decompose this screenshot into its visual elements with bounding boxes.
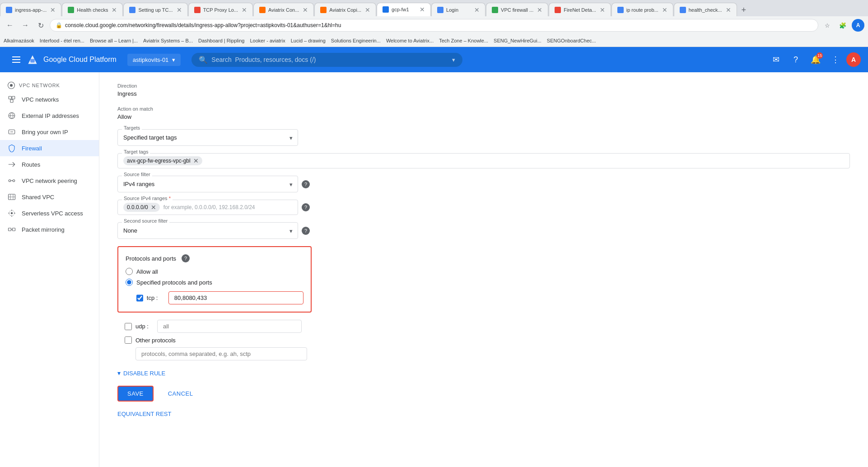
- bookmark-welcome[interactable]: Welcome to Aviatrix...: [386, 38, 434, 43]
- hamburger-menu[interactable]: [7, 51, 25, 69]
- sidebar-item-shared-vpc[interactable]: Shared VPC: [0, 189, 99, 205]
- tab-close-icon[interactable]: ✕: [658, 6, 667, 14]
- bookmark-button[interactable]: ☆: [821, 19, 834, 32]
- tab-health-check2[interactable]: health_check... ✕: [674, 3, 737, 16]
- udp-checkbox[interactable]: [125, 323, 132, 330]
- source-ipv4-help-icon[interactable]: ?: [302, 203, 310, 211]
- tab-setting[interactable]: Setting up TC... ✕: [123, 3, 187, 16]
- tab-close-icon[interactable]: ✕: [596, 6, 605, 14]
- tab-vpc-firewall[interactable]: VPC firewall ... ✕: [486, 3, 548, 16]
- tab-close-icon[interactable]: ✕: [238, 6, 247, 14]
- bookmark-browse[interactable]: Browse all – Learn |...: [90, 38, 138, 43]
- sidebar-item-firewall[interactable]: Firewall: [0, 140, 99, 156]
- second-source-help-icon[interactable]: ?: [302, 227, 310, 235]
- address-bar: ← → ↻ 🔒 console.cloud.google.com/network…: [0, 16, 868, 34]
- tab-aviatrix-con[interactable]: Aviatrix Con... ✕: [253, 3, 314, 16]
- equivalent-rest-link[interactable]: EQUIVALENT REST: [117, 411, 171, 417]
- bookmark-apps[interactable]: Alkalmazások: [4, 38, 34, 43]
- tab-close-icon[interactable]: ✕: [47, 6, 56, 14]
- sidebar-item-serverless[interactable]: Serverless VPC access: [0, 205, 99, 221]
- more-options-button[interactable]: ⋮: [826, 51, 845, 69]
- svg-rect-16: [13, 228, 15, 231]
- source-ipv4-input[interactable]: 0.0.0.0/0 ✕ for example, 0.0.0.0/0, 192.…: [117, 200, 298, 215]
- source-filter-select[interactable]: IPv4 ranges IPv6 ranges Source tags Serv…: [117, 176, 298, 192]
- tab-close-icon[interactable]: ✕: [533, 6, 542, 14]
- sidebar-item-byoip[interactable]: Bring your own IP: [0, 124, 99, 140]
- user-avatar[interactable]: A: [846, 52, 861, 67]
- tab-tcp[interactable]: TCP Proxy Lo... ✕: [188, 3, 253, 16]
- specified-protocols-option[interactable]: Specified protocols and ports: [126, 279, 303, 286]
- bookmark-looker[interactable]: Looker - aviatrix: [250, 38, 285, 43]
- tab-close-icon[interactable]: ✕: [471, 6, 480, 14]
- tab-gcp-fw1[interactable]: gcp-fw1 ✕: [377, 3, 431, 16]
- new-tab-button[interactable]: +: [737, 4, 750, 16]
- sidebar-item-external-ip[interactable]: External IP addresses: [0, 107, 99, 124]
- tab-close-icon[interactable]: ✕: [173, 6, 182, 14]
- bookmark-seng[interactable]: SENG_NewHireGui...: [494, 38, 541, 43]
- help-button[interactable]: ?: [787, 51, 805, 69]
- forward-button[interactable]: →: [19, 19, 32, 32]
- tab-ingress[interactable]: ingress-app-... ✕: [0, 3, 61, 16]
- second-source-select[interactable]: None Source tags Service accounts: [117, 222, 298, 239]
- target-tags-input[interactable]: avx-gcp-fw-egress-vpc-gbl ✕: [117, 153, 850, 168]
- source-filter-container: IPv4 ranges IPv6 ranges Source tags Serv…: [117, 176, 298, 192]
- search-input-wrapper[interactable]: 🔍 ▾: [191, 53, 462, 67]
- bookmark-aviatrix[interactable]: Aviatrix Systems – B...: [143, 38, 193, 43]
- bookmark-dashboard[interactable]: Dashboard | Rippling: [198, 38, 245, 43]
- bookmark-lucid[interactable]: Lucid – drawing: [291, 38, 326, 43]
- email-button[interactable]: ✉: [767, 51, 785, 69]
- tab-close-icon[interactable]: ✕: [416, 6, 425, 13]
- source-filter-label: Source filter: [122, 172, 152, 177]
- tab-login[interactable]: Login ✕: [431, 3, 485, 16]
- source-ipv4-field: Source IPv4 ranges * 0.0.0.0/0 ✕ for exa…: [117, 200, 850, 215]
- targets-select[interactable]: Specified target tags All instances in t…: [117, 129, 298, 146]
- protocols-help-icon[interactable]: ?: [182, 254, 190, 262]
- svg-point-13: [11, 212, 13, 215]
- profile-button[interactable]: A: [852, 19, 864, 32]
- tab-firenet[interactable]: FireNet Deta... ✕: [549, 3, 611, 16]
- address-input[interactable]: 🔒 console.cloud.google.com/networking/fi…: [50, 19, 818, 32]
- source-filter-help-icon[interactable]: ?: [302, 180, 310, 188]
- back-button[interactable]: ←: [4, 19, 16, 32]
- notifications-button[interactable]: 🔔 15: [807, 51, 825, 69]
- disable-rule-toggle[interactable]: ▾ DISABLE RULE: [117, 369, 850, 377]
- extensions-button[interactable]: 🧩: [836, 19, 849, 32]
- allow-all-option[interactable]: Allow all: [126, 268, 303, 275]
- search-input[interactable]: [211, 56, 347, 63]
- specified-protocols-radio[interactable]: [126, 279, 133, 286]
- sidebar-item-peering[interactable]: VPC network peering: [0, 173, 99, 189]
- tab-aviatrix-copi[interactable]: Aviatrix Copi... ✕: [314, 3, 376, 16]
- tcp-checkbox[interactable]: [136, 294, 143, 302]
- bookmark-seng2[interactable]: SENGOnboardChec...: [547, 38, 596, 43]
- second-source-container: None Source tags Service accounts ▾: [117, 222, 298, 239]
- tab-close-icon[interactable]: ✕: [361, 6, 370, 14]
- action-value: Allow: [117, 113, 850, 120]
- ip-chip-remove-button[interactable]: ✕: [151, 204, 156, 211]
- refresh-button[interactable]: ↻: [34, 19, 47, 32]
- tcp-ports-input[interactable]: [168, 291, 303, 304]
- project-selector[interactable]: astipkovits-01 ▾: [127, 54, 181, 66]
- cancel-button[interactable]: CANCEL: [161, 387, 201, 401]
- tab-close-icon[interactable]: ✕: [299, 6, 308, 14]
- udp-ports-input[interactable]: [157, 320, 302, 333]
- sidebar-item-routes[interactable]: Routes: [0, 156, 99, 173]
- tab-health-checks[interactable]: Health checks ✕: [62, 3, 123, 16]
- sidebar-item-packet-mirroring[interactable]: Packet mirroring: [0, 221, 99, 238]
- sidebar: VPC network VPC networks External IP add…: [0, 72, 99, 467]
- source-ipv4-label: Source IPv4 ranges *: [122, 196, 173, 201]
- tab-close-icon[interactable]: ✕: [722, 6, 731, 14]
- target-tag-remove-button[interactable]: ✕: [193, 157, 199, 164]
- firewall-icon: [7, 144, 16, 153]
- allow-all-radio[interactable]: [126, 268, 133, 275]
- bookmark-interfood[interactable]: Interfood - étel ren...: [40, 38, 84, 43]
- sidebar-item-vpc-networks[interactable]: VPC networks: [0, 91, 99, 107]
- tab-close-icon[interactable]: ✕: [108, 6, 117, 14]
- other-protocols-checkbox[interactable]: [125, 336, 132, 344]
- other-protocols-input[interactable]: [135, 347, 307, 360]
- tab-ip-route[interactable]: ip route prob... ✕: [611, 3, 673, 16]
- bookmark-techzone[interactable]: Tech Zone – Knowle...: [439, 38, 488, 43]
- sidebar-label-external-ip: External IP addresses: [22, 112, 79, 119]
- bookmark-solutions[interactable]: Solutions Engineerin...: [331, 38, 381, 43]
- save-button[interactable]: SAVE: [117, 386, 154, 402]
- project-dropdown-icon: ▾: [172, 56, 175, 63]
